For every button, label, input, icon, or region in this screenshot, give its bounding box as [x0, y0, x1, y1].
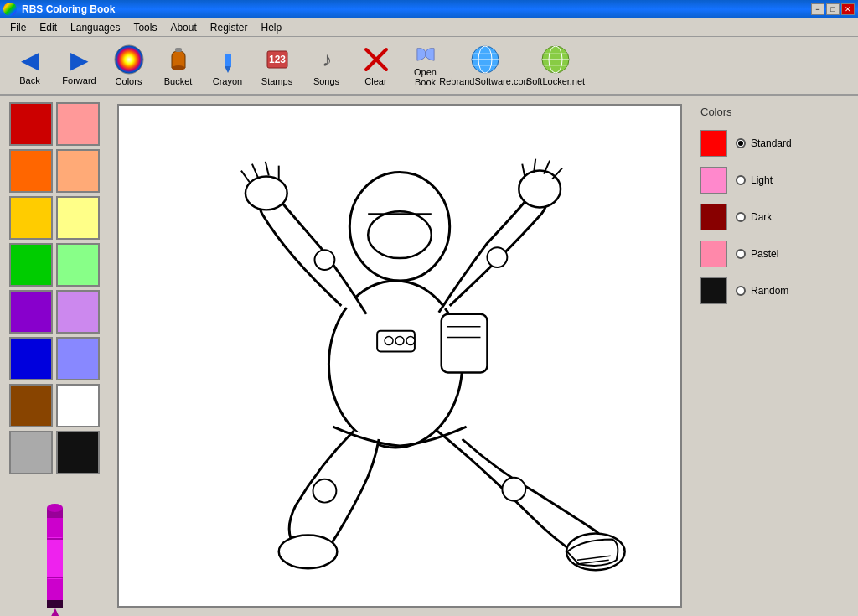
swatch-brown[interactable] [9, 384, 53, 427]
svg-rect-26 [47, 538, 63, 540]
random-label: Random [751, 285, 788, 297]
colors-panel-title: Colors [700, 106, 848, 118]
colors-button[interactable]: Colors [106, 40, 152, 91]
svg-text:♪: ♪ [322, 48, 332, 70]
back-button[interactable]: ◀ Back [7, 40, 53, 91]
standard-radio[interactable]: Standard [736, 137, 792, 149]
stamps-label: Stamps [261, 76, 292, 86]
svg-point-44 [385, 337, 393, 345]
songs-icon: ♪ [312, 44, 342, 75]
swatch-light-purple[interactable] [56, 290, 100, 334]
dark-radio[interactable]: Dark [736, 211, 772, 223]
swatch-light-gray[interactable] [9, 431, 53, 474]
maximize-button[interactable]: □ [826, 3, 840, 15]
light-radio-circle[interactable] [736, 175, 746, 185]
app-icon [3, 3, 17, 16]
swatch-blue[interactable] [9, 337, 53, 380]
swatch-white[interactable] [56, 384, 100, 427]
crayon-button[interactable]: Crayon [204, 40, 251, 91]
menu-file[interactable]: File [3, 20, 33, 35]
svg-point-54 [315, 250, 335, 270]
back-label: Back [19, 75, 39, 85]
menu-register[interactable]: Register [204, 20, 255, 35]
swatch-light-blue[interactable] [56, 337, 100, 380]
swatch-green[interactable] [9, 243, 53, 287]
drawing-canvas[interactable] [117, 104, 682, 608]
pastel-radio-circle[interactable] [736, 249, 746, 259]
title-label: RBS Coloring Book [22, 3, 115, 15]
swatch-yellow[interactable] [9, 196, 53, 240]
swatch-light-green[interactable] [56, 243, 100, 287]
toolbar: ◀ Back ▶ Forward Colors [0, 37, 858, 96]
svg-rect-27 [47, 577, 63, 578]
rebrand-button[interactable]: RebrandSoftware.com [452, 40, 519, 91]
swatch-light-orange[interactable] [56, 149, 100, 193]
pastel-swatch [700, 241, 727, 267]
minimize-button[interactable]: − [811, 3, 824, 15]
clear-button[interactable]: Clear [353, 40, 399, 91]
svg-point-45 [395, 337, 404, 345]
svg-rect-51 [442, 314, 488, 373]
svg-point-0 [115, 45, 143, 74]
swatch-red[interactable] [9, 102, 53, 146]
softlocker-label: SoftLocker.net [526, 76, 585, 86]
crayon-display [32, 491, 78, 616]
color-grid [9, 102, 100, 474]
random-radio[interactable]: Random [736, 285, 788, 297]
forward-label: Forward [62, 75, 96, 85]
light-swatch [700, 167, 727, 194]
rebrand-globe-icon [470, 44, 500, 75]
main-area: Colors Standard Light Dark [0, 96, 858, 616]
svg-point-55 [487, 247, 507, 267]
menu-about[interactable]: About [163, 20, 203, 35]
svg-line-34 [241, 171, 250, 183]
clear-label: Clear [364, 76, 386, 86]
random-radio-circle[interactable] [736, 286, 746, 296]
color-option-random[interactable]: Random [700, 277, 848, 304]
dark-swatch [700, 204, 727, 230]
svg-rect-25 [47, 537, 63, 579]
softlocker-button[interactable]: SoftLocker.net [522, 40, 589, 91]
bucket-icon [163, 44, 194, 75]
pastel-label: Pastel [751, 248, 778, 260]
colors-icon [114, 44, 144, 75]
dark-radio-circle[interactable] [736, 212, 746, 222]
forward-button[interactable]: ▶ Forward [56, 40, 102, 91]
standard-label: Standard [751, 137, 792, 149]
menu-edit[interactable]: Edit [33, 20, 64, 35]
bucket-button[interactable]: Bucket [155, 40, 201, 91]
swatch-purple[interactable] [9, 290, 53, 334]
title-text: RBS Coloring Book [3, 3, 115, 16]
title-bar: RBS Coloring Book − □ ✕ [0, 0, 858, 18]
menu-tools[interactable]: Tools [127, 20, 163, 35]
color-option-dark[interactable]: Dark [700, 204, 848, 230]
light-radio[interactable]: Light [736, 174, 773, 186]
svg-line-35 [252, 164, 258, 178]
svg-point-56 [313, 479, 337, 503]
crayon-label: Crayon [213, 76, 242, 86]
swatch-orange[interactable] [9, 149, 53, 193]
pastel-radio[interactable]: Pastel [736, 248, 778, 260]
canvas-area[interactable] [109, 96, 690, 616]
color-option-standard[interactable]: Standard [700, 130, 848, 157]
color-option-light[interactable]: Light [700, 167, 848, 194]
standard-radio-circle[interactable] [736, 138, 746, 148]
svg-marker-21 [49, 608, 61, 616]
swatch-black[interactable] [56, 431, 100, 474]
svg-point-1 [172, 65, 185, 70]
menu-languages[interactable]: Languages [64, 20, 127, 35]
swatch-light-red[interactable] [56, 102, 100, 146]
svg-line-36 [266, 162, 269, 176]
stamps-button[interactable]: 123 Stamps [254, 40, 300, 91]
menu-help[interactable]: Help [254, 20, 288, 35]
bucket-label: Bucket [164, 76, 193, 86]
svg-marker-4 [225, 66, 231, 73]
color-option-pastel[interactable]: Pastel [700, 241, 848, 267]
menu-bar: File Edit Languages Tools About Register… [0, 18, 858, 37]
close-button[interactable]: ✕ [841, 3, 855, 15]
crayon-container [32, 491, 78, 616]
songs-button[interactable]: ♪ Songs [303, 40, 349, 91]
dark-label: Dark [751, 211, 772, 223]
swatch-light-yellow[interactable] [56, 196, 100, 240]
rebrand-label: RebrandSoftware.com [439, 76, 530, 86]
